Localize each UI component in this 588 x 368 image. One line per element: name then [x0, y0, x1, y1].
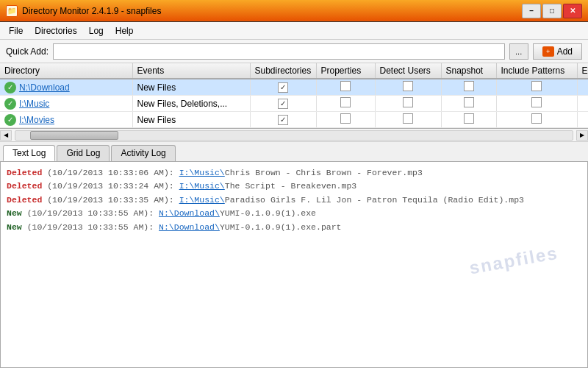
add-label: Add	[557, 46, 573, 57]
include-cell	[496, 96, 577, 112]
log-filename: YUMI-0.1.0.9(1).exe	[220, 207, 316, 220]
properties-checkbox[interactable]	[340, 81, 351, 91]
log-type: Deleted	[7, 166, 42, 180]
snapshot-checkbox[interactable]	[464, 113, 474, 124]
col-header-include: Include Patterns	[496, 63, 577, 79]
log-entry: Deleted (10/19/2013 10:33:06 AM): I:\Mus…	[7, 166, 581, 180]
detect_users-checkbox[interactable]	[403, 113, 413, 124]
lower-section: Text Log Grid Log Activity Log Deleted (…	[0, 142, 588, 368]
scroll-thumb[interactable]	[30, 131, 118, 140]
log-tabs: Text Log Grid Log Activity Log	[0, 142, 588, 162]
events-cell: New Files, Deletions,...	[132, 96, 250, 112]
detect_users-checkbox[interactable]	[403, 81, 413, 91]
tab-activity-log[interactable]: Activity Log	[111, 145, 175, 161]
log-type: New	[7, 207, 22, 220]
log-path-link[interactable]: I:\Music\	[179, 180, 225, 193]
menu-file[interactable]: File	[3, 24, 29, 38]
col-header-events: Events	[132, 63, 250, 79]
include-checkbox[interactable]	[531, 81, 542, 91]
detect_users-checkbox[interactable]	[403, 97, 413, 107]
col-header-snapshot: Snapshot	[441, 63, 496, 79]
log-timestamp: (10/19/2013 10:33:55 AM):	[27, 207, 154, 220]
tab-grid-log[interactable]: Grid Log	[57, 145, 110, 161]
log-filename: Paradiso Girls F. Lil Jon - Patron Tequi…	[225, 194, 524, 207]
col-header-exclude: Exclude Patter	[577, 63, 588, 79]
table-row[interactable]: ✓N:\DownloadNew Files	[0, 79, 588, 96]
scroll-track	[15, 130, 573, 141]
table-area: Directory Events Subdirectories Properti…	[0, 63, 588, 129]
menu-directories[interactable]: Directories	[29, 24, 82, 38]
directory-link[interactable]: N:\Download	[19, 82, 70, 93]
menu-help[interactable]: Help	[110, 24, 140, 38]
quick-add-input[interactable]	[53, 43, 505, 60]
title-bar-left: 📁 Directory Monitor 2.4.1.9 - snapfiles	[6, 5, 161, 17]
directory-link[interactable]: I:\Movies	[19, 115, 54, 125]
add-icon: +	[542, 46, 554, 57]
log-path-link[interactable]: N:\Download\	[159, 221, 220, 234]
include-checkbox[interactable]	[531, 97, 542, 107]
snapshot-checkbox[interactable]	[464, 81, 474, 91]
log-entry: New (10/19/2013 10:33:55 AM): N:\Downloa…	[7, 221, 581, 234]
log-filename: YUMI-0.1.0.9(1).exe.part	[220, 221, 342, 234]
log-type: Deleted	[7, 180, 42, 193]
log-timestamp: (10/19/2013 10:33:06 AM):	[47, 166, 174, 180]
exclude-cell	[577, 112, 588, 128]
table-row[interactable]: ✓I:\MoviesNew Files	[0, 112, 588, 128]
log-entry: Deleted (10/19/2013 10:33:24 AM): I:\Mus…	[7, 180, 581, 193]
close-button[interactable]: ✕	[563, 4, 582, 18]
log-filename: The Script - Breakeven.mp3	[225, 180, 356, 193]
log-entry: Deleted (10/19/2013 10:33:35 AM): I:\Mus…	[7, 194, 581, 207]
col-header-properties: Properties	[316, 63, 375, 79]
tab-text-log[interactable]: Text Log	[3, 145, 55, 161]
browse-button[interactable]: ...	[509, 43, 528, 60]
directory-link[interactable]: I:\Music	[19, 99, 49, 109]
title-bar: 📁 Directory Monitor 2.4.1.9 - snapfiles …	[0, 0, 588, 22]
subdirectories-checkbox[interactable]	[278, 115, 288, 125]
properties-checkbox[interactable]	[340, 113, 351, 124]
add-button[interactable]: + Add	[533, 43, 582, 60]
col-header-detect: Detect Users	[375, 63, 441, 79]
directory-cell: ✓N:\Download	[0, 79, 132, 96]
directory-cell: ✓I:\Music	[0, 96, 132, 112]
directory-table: Directory Events Subdirectories Properti…	[0, 63, 588, 128]
log-filename: Chris Brown - Chris Brown - Forever.mp3	[225, 166, 423, 180]
events-cell: New Files	[132, 79, 250, 96]
menu-bar: File Directories Log Help	[0, 22, 588, 40]
events-cell: New Files	[132, 112, 250, 128]
log-timestamp: (10/19/2013 10:33:55 AM):	[27, 221, 154, 234]
menu-log[interactable]: Log	[83, 24, 110, 38]
log-entry: New (10/19/2013 10:33:55 AM): N:\Downloa…	[7, 207, 581, 220]
detect-users-cell	[375, 79, 441, 96]
detect-users-cell	[375, 112, 441, 128]
subdirectories-checkbox[interactable]	[278, 82, 288, 93]
maximize-button[interactable]: □	[542, 4, 562, 18]
minimize-button[interactable]: –	[522, 4, 541, 18]
snapshot-cell	[441, 112, 496, 128]
title-text: Directory Monitor 2.4.1.9 - snapfiles	[22, 6, 161, 16]
directory-cell: ✓I:\Movies	[0, 112, 132, 128]
quick-add-label: Quick Add:	[6, 46, 49, 57]
window-controls: – □ ✕	[522, 4, 582, 18]
subdirectories-cell	[250, 96, 316, 112]
properties-cell	[316, 96, 375, 112]
scroll-right-arrow[interactable]: ▶	[576, 130, 588, 141]
main-content: Directory Events Subdirectories Properti…	[0, 63, 588, 368]
properties-checkbox[interactable]	[340, 97, 351, 107]
subdirectories-checkbox[interactable]	[278, 99, 288, 109]
col-header-subdirs: Subdirectories	[250, 63, 316, 79]
horizontal-scrollbar[interactable]: ◀ ▶	[0, 129, 588, 142]
table-body: ✓N:\DownloadNew Files✓I:\MusicNew Files,…	[0, 79, 588, 128]
exclude-cell	[577, 96, 588, 112]
include-checkbox[interactable]	[531, 113, 542, 124]
col-header-directory: Directory	[0, 63, 132, 79]
properties-cell	[316, 79, 375, 96]
log-path-link[interactable]: N:\Download\	[159, 207, 220, 220]
scroll-left-arrow[interactable]: ◀	[0, 130, 12, 141]
log-path-link[interactable]: I:\Music\	[179, 166, 225, 180]
snapshot-checkbox[interactable]	[464, 97, 474, 107]
exclude-cell	[577, 79, 588, 96]
log-path-link[interactable]: I:\Music\	[179, 194, 225, 207]
properties-cell	[316, 112, 375, 128]
table-row[interactable]: ✓I:\MusicNew Files, Deletions,...	[0, 96, 588, 112]
status-icon: ✓	[4, 114, 16, 126]
